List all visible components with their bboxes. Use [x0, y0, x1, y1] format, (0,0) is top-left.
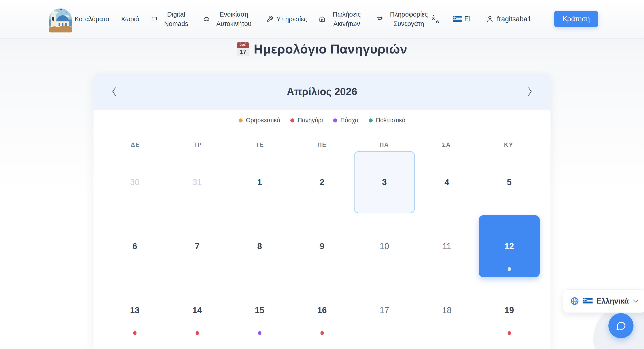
day-number: 16	[317, 305, 326, 315]
day-number: 8	[257, 241, 262, 251]
header-right-group: x A EL fragitsaba1 Κράτηση	[431, 11, 598, 27]
booking-button[interactable]: Κράτηση	[554, 11, 598, 27]
day-number: 4	[444, 178, 449, 187]
car-icon	[203, 16, 210, 23]
laptop-icon	[151, 16, 158, 23]
day-number: 18	[442, 305, 452, 315]
nav-item-partner-info[interactable]: Πληροφορίες Συνεργάτη	[376, 10, 431, 29]
language-selector[interactable]: Ελληνικά	[563, 289, 644, 313]
day-number: 13	[130, 305, 139, 315]
main-nav: Καταλύματα Χωριά Digital Nomads Ενοικίασ…	[75, 10, 431, 29]
calendar-day-8[interactable]: 8	[229, 215, 290, 277]
calendar-day-15[interactable]: 15	[229, 279, 290, 341]
weekday-label: ΣΑ	[416, 142, 478, 148]
weekday-label: ΚΥ	[478, 142, 540, 148]
calendar-day-13[interactable]: 13	[104, 279, 165, 341]
event-dot	[508, 331, 511, 335]
translate-icon[interactable]: x A	[431, 15, 440, 24]
calendar-day-31[interactable]: 31	[167, 151, 228, 213]
event-dot	[133, 331, 136, 335]
santorini-logo[interactable]	[46, 5, 74, 33]
day-number: 15	[255, 305, 264, 315]
nav-label: Πληροφορίες Συνεργάτη	[386, 10, 431, 29]
weekday-label: ΠΕ	[291, 142, 353, 148]
nav-item-property-sales[interactable]: Πωλήσεις Ακινήτων	[318, 10, 364, 29]
day-number: 3	[382, 178, 387, 187]
legend-item: Πάσχα	[333, 117, 358, 124]
globe-icon	[570, 297, 579, 305]
calendar-day-11[interactable]: 11	[416, 215, 477, 277]
calendar-day-5[interactable]: 5	[479, 151, 540, 213]
nav-label: Χωριά	[121, 14, 139, 24]
day-number: 31	[192, 178, 202, 187]
nav-label: Καταλύματα	[75, 14, 110, 24]
calendar-day-7[interactable]: 7	[167, 215, 228, 277]
weekday-label: ΤΡ	[166, 142, 228, 148]
weekday-label: ΔΕ	[104, 142, 166, 148]
nav-label: Ενοικίαση Αυτοκινήτου	[213, 10, 254, 29]
nav-item-car-rental[interactable]: Ενοικίαση Αυτοκινήτου	[203, 10, 254, 29]
day-number: 7	[195, 241, 200, 251]
wrench-icon	[266, 16, 273, 23]
user-menu[interactable]: fragitsaba1	[486, 15, 531, 23]
day-number: 2	[320, 178, 324, 187]
greek-flag-icon	[453, 16, 462, 22]
calendar-day-2[interactable]: 2	[292, 151, 352, 213]
legend-dot	[333, 118, 337, 122]
calendar-grid: 303112345678910111213141516171819	[94, 148, 550, 349]
greek-flag-icon	[583, 298, 592, 304]
nav-item-accommodations[interactable]: Καταλύματα	[75, 14, 110, 24]
page: Καταλύματα Χωριά Digital Nomads Ενοικίασ…	[0, 0, 644, 349]
legend-row: ΘρησκευτικόΠανηγύριΠάσχαΠολιτιστικό	[94, 110, 550, 131]
day-number: 10	[380, 241, 389, 251]
top-navigation-bar: Καταλύματα Χωριά Digital Nomads Ενοικίασ…	[0, 0, 644, 39]
language-toggle[interactable]: EL	[453, 15, 473, 23]
day-number: 30	[130, 178, 139, 187]
festival-calendar: Απρίλιος 2026 ΘρησκευτικόΠανηγύριΠάσχαΠο…	[94, 73, 550, 349]
previous-month-button[interactable]	[107, 85, 121, 98]
handshake-icon	[376, 16, 384, 23]
chevron-down-icon	[633, 299, 639, 303]
nav-item-services[interactable]: Υπηρεσίες	[266, 14, 307, 24]
calendar-day-14[interactable]: 14	[167, 279, 228, 341]
calendar-day-16[interactable]: 16	[292, 279, 352, 341]
calendar-day-6[interactable]: 6	[104, 215, 165, 277]
username: fragitsaba1	[497, 15, 531, 23]
day-number: 11	[442, 241, 451, 251]
calendar-day-4[interactable]: 4	[416, 151, 477, 213]
calendar-day-12-selected[interactable]: 12	[479, 215, 540, 277]
calendar-day-10[interactable]: 10	[354, 215, 415, 277]
calendar-day-19[interactable]: 19	[479, 279, 540, 341]
next-month-button[interactable]	[523, 85, 537, 98]
legend-label: Πάσχα	[340, 117, 358, 124]
day-number: 6	[132, 241, 137, 251]
calendar-day-18[interactable]: 18	[416, 279, 477, 341]
legend-dot	[239, 118, 243, 122]
event-dot	[320, 331, 324, 335]
legend-dot	[290, 118, 294, 122]
calendar-day-3-today[interactable]: 3	[354, 151, 415, 213]
event-dot	[196, 331, 199, 335]
legend-item: Πανηγύρι	[290, 117, 323, 124]
nav-item-digital-nomads[interactable]: Digital Nomads	[151, 10, 191, 29]
weekday-label: ΠΑ	[353, 142, 416, 148]
weekday-row: ΔΕΤΡΤΕΠΕΠΑΣΑΚΥ	[94, 131, 550, 148]
nav-item-villages[interactable]: Χωριά	[121, 14, 139, 24]
event-dot	[258, 331, 261, 335]
chat-button[interactable]	[608, 313, 634, 338]
legend-item: Θρησκευτικό	[239, 117, 280, 124]
calendar-day-9[interactable]: 9	[292, 215, 352, 277]
legend-item: Πολιτιστικό	[369, 117, 405, 124]
legend-dot	[369, 118, 373, 122]
calendar-day-17[interactable]: 17	[354, 279, 415, 341]
calendar-day-30[interactable]: 30	[104, 151, 165, 213]
language-code: EL	[464, 15, 473, 23]
month-label: Απρίλιος 2026	[287, 86, 357, 98]
weekday-label: ΤΕ	[228, 142, 291, 148]
calendar-day-1[interactable]: 1	[229, 151, 290, 213]
svg-text:A: A	[436, 19, 439, 24]
legend-label: Πανηγύρι	[298, 117, 323, 124]
day-number: 12	[504, 241, 514, 251]
day-number: 19	[504, 305, 514, 315]
calendar-emoji-icon: JUL 17	[237, 42, 249, 56]
